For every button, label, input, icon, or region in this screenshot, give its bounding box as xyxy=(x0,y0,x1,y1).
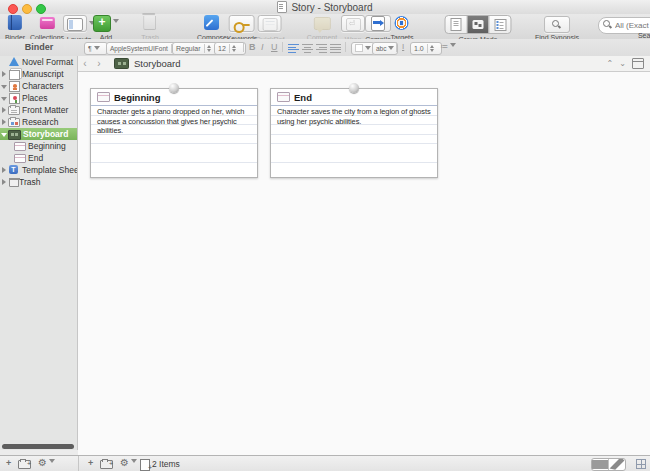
add-plus-icon: + xyxy=(93,15,111,32)
disclosure-collapsed-icon xyxy=(2,167,6,173)
comment-button[interactable]: Comment xyxy=(307,15,337,41)
forward-button[interactable]: › xyxy=(92,58,106,69)
binder-button[interactable]: Binder xyxy=(5,15,25,41)
align-right-button[interactable] xyxy=(316,44,327,52)
card-synopsis[interactable]: Character gets a piano dropped on her, w… xyxy=(91,106,257,177)
split-editor-icon[interactable] xyxy=(632,58,644,69)
corkboard-icon xyxy=(114,58,129,69)
character-sheet-icon xyxy=(9,81,20,92)
trash-icon xyxy=(143,16,156,30)
book-icon xyxy=(8,15,22,30)
index-card-beginning[interactable]: Beginning Character gets a piano dropped… xyxy=(90,88,258,178)
gear-icon: ⚙ xyxy=(38,457,47,468)
sidebar-item-label: Storyboard xyxy=(23,129,68,139)
sidebar-item-label: Trash xyxy=(19,177,40,187)
list-menu[interactable]: ≔ xyxy=(440,42,456,51)
editor-title: Storyboard xyxy=(134,58,180,69)
window-titlebar: Story - Storyboard xyxy=(0,0,650,15)
group-mode-document-segment[interactable] xyxy=(446,16,468,33)
pushpin-icon xyxy=(349,83,359,93)
targets-button[interactable]: Targets xyxy=(391,15,414,41)
front-matter-folder-icon xyxy=(8,106,20,115)
card-synopsis[interactable]: Character saves the city from a legion o… xyxy=(271,106,437,177)
corkboard-freeform-mode-segment[interactable] xyxy=(609,459,625,470)
group-mode-corkboard-segment[interactable] xyxy=(468,16,490,33)
disclosure-collapsed-icon xyxy=(2,107,6,113)
corkboard-view[interactable]: Beginning Character gets a piano dropped… xyxy=(78,72,650,456)
add-item-button[interactable]: + xyxy=(88,458,93,469)
key-icon xyxy=(234,21,250,30)
sidebar-item-trash[interactable]: Trash xyxy=(0,176,77,188)
outline-view-icon xyxy=(494,19,506,31)
stepper-icon xyxy=(229,44,237,53)
disclosure-expanded-icon xyxy=(1,85,7,89)
compose-button[interactable]: Compose xyxy=(197,15,227,41)
group-mode-outline-segment[interactable] xyxy=(490,16,511,33)
layouts-icon xyxy=(67,18,83,31)
place-sheet-icon xyxy=(9,93,20,104)
italic-button[interactable]: I xyxy=(261,42,264,52)
underline-button[interactable]: U xyxy=(271,42,278,52)
line-spacing-stepper[interactable]: 1.0 xyxy=(410,42,442,55)
trash-icon xyxy=(9,178,19,187)
horizontal-scrollbar-thumb[interactable] xyxy=(2,444,74,449)
document-icon xyxy=(277,1,287,13)
corkboard-view-icon xyxy=(473,20,484,29)
line-spacing-icon: I xyxy=(402,42,404,51)
trash-button[interactable]: Trash xyxy=(141,15,159,41)
collections-button[interactable]: Collections xyxy=(30,15,64,41)
font-name-select[interactable]: AppleSystemUIFont xyxy=(106,42,176,55)
sidebar-item-manuscript[interactable]: Manuscript xyxy=(0,68,77,80)
back-button[interactable]: ‹ xyxy=(78,58,92,69)
font-style-select[interactable]: Regular xyxy=(172,42,218,55)
sidebar-item-characters[interactable]: Characters xyxy=(0,80,77,92)
add-item-button[interactable]: + xyxy=(6,458,11,469)
sidebar-item-storyboard[interactable]: Storyboard xyxy=(0,128,77,140)
add-folder-button[interactable] xyxy=(100,458,113,471)
editor-action-menu[interactable]: ⚙ xyxy=(120,457,137,468)
sidebar-item-beginning[interactable]: Beginning xyxy=(0,140,77,152)
disclosure-collapsed-icon xyxy=(2,71,6,77)
align-justify-button[interactable] xyxy=(330,44,341,52)
previous-document-button[interactable]: ⌃ xyxy=(607,59,614,68)
paragraph-style-menu[interactable]: ¶ xyxy=(84,42,108,55)
main-toolbar: Binder Collections Layouts + Add Trash C… xyxy=(0,14,650,39)
bold-button[interactable]: B xyxy=(249,42,256,52)
sidebar-item-research[interactable]: Research xyxy=(0,116,77,128)
binder-action-menu[interactable]: ⚙ xyxy=(38,457,55,468)
collections-icon xyxy=(40,17,55,29)
sidebar-item-places[interactable]: Places xyxy=(0,92,77,104)
sidebar-item-end[interactable]: End xyxy=(0,152,77,164)
keywords-button[interactable]: Keywords xyxy=(227,15,258,42)
page-plus-icon xyxy=(140,459,150,471)
card-size-options-button[interactable] xyxy=(636,459,646,469)
manuscript-stack-icon xyxy=(8,69,20,79)
sidebar-header: Binder xyxy=(0,42,78,52)
next-document-button[interactable]: ⌄ xyxy=(619,59,626,68)
corkboard-grid-mode-segment[interactable] xyxy=(592,459,609,470)
highlight-color-button[interactable]: abc xyxy=(372,42,398,55)
sidebar-item-label: Beginning xyxy=(28,141,66,151)
sidebar-item-front-matter[interactable]: Front Matter xyxy=(0,104,77,116)
item-count: 2 Items xyxy=(152,459,180,469)
corkboard-icon xyxy=(8,130,21,140)
binder-sidebar: Novel Format Manuscript Characters Place… xyxy=(0,56,78,450)
index-card-end[interactable]: End Character saves the city from a legi… xyxy=(270,88,438,178)
new-text-document-button[interactable] xyxy=(140,458,150,471)
sidebar-item-novel-format[interactable]: Novel Format xyxy=(0,56,77,68)
align-left-button[interactable] xyxy=(288,44,299,52)
add-folder-button[interactable] xyxy=(18,458,31,471)
chevron-down-icon xyxy=(113,19,119,23)
add-button[interactable]: + Add xyxy=(93,15,119,41)
target-icon xyxy=(395,16,409,30)
sidebar-item-template-sheets[interactable]: T Template Sheets xyxy=(0,164,77,176)
disclosure-collapsed-icon xyxy=(2,179,6,185)
folder-plus-icon xyxy=(100,460,113,469)
font-size-stepper[interactable]: 12 xyxy=(214,42,246,55)
disclosure-expanded-icon xyxy=(1,97,7,101)
find-synopsis-button[interactable]: Find Synopsis xyxy=(535,15,579,41)
compose-icon xyxy=(205,15,220,30)
sidebar-item-label: Front Matter xyxy=(22,105,68,115)
format-bar: Binder ¶ AppleSystemUIFont Regular 12 B … xyxy=(0,39,650,57)
align-center-button[interactable] xyxy=(302,44,313,52)
